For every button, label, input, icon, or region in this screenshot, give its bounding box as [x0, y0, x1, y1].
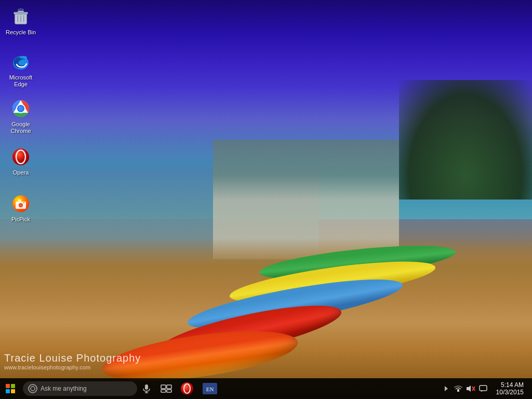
cortana-icon: [28, 384, 37, 393]
svg-text:EN: EN: [206, 386, 214, 392]
edge-label: Microsoft Edge: [4, 74, 37, 88]
clock-date: 10/3/2015: [496, 389, 524, 396]
watermark: Tracie Louise Photography www.tracieloui…: [4, 352, 141, 370]
windows-logo-blue: [6, 389, 10, 393]
svg-rect-2: [18, 11, 23, 13]
recycle-bin-icon[interactable]: Recycle Bin: [2, 4, 39, 38]
taskbar-opera[interactable]: [176, 378, 198, 399]
start-button[interactable]: [0, 378, 21, 399]
svg-rect-21: [145, 384, 148, 390]
picpick-image: [10, 193, 31, 214]
svg-rect-25: [167, 385, 171, 389]
svg-rect-24: [161, 385, 166, 389]
watermark-title: Tracie Louise Photography: [4, 352, 141, 364]
network-icon[interactable]: [453, 383, 463, 394]
svg-point-17: [20, 204, 22, 207]
tray-icons: [437, 383, 491, 394]
google-chrome-desktop-icon[interactable]: Google Chrome: [2, 96, 39, 137]
opera-label: Opera: [13, 169, 29, 176]
windows-logo-red: [6, 384, 10, 388]
taskbar: Ask me anything: [0, 378, 532, 399]
watermark-url: www.tracielouisephotography.com: [4, 364, 141, 370]
svg-point-12: [12, 149, 29, 165]
recycle-bin-image: [10, 6, 31, 27]
microsoft-edge-desktop-icon[interactable]: Microsoft Edge: [2, 49, 39, 90]
svg-rect-26: [161, 390, 166, 392]
volume-icon[interactable]: [466, 383, 476, 394]
svg-rect-27: [167, 390, 171, 392]
svg-rect-18: [18, 200, 21, 202]
chrome-image: [10, 98, 31, 119]
system-tray: 5:14 AM 10/3/2015: [437, 381, 532, 396]
windows-logo: [6, 384, 15, 393]
chrome-label: Google Chrome: [4, 121, 37, 135]
show-hidden-icons-button[interactable]: [441, 383, 451, 394]
windows-logo-green: [11, 384, 15, 388]
taskbar-language[interactable]: EN: [198, 378, 221, 399]
kayaks-scene: [80, 200, 506, 379]
desktop: Tracie Louise Photography www.tracieloui…: [0, 0, 532, 399]
action-center-icon[interactable]: [478, 383, 488, 394]
edge-image: [10, 51, 31, 72]
microphone-button[interactable]: [138, 378, 155, 399]
picpick-desktop-icon[interactable]: PicPick: [2, 191, 39, 225]
opera-desktop-icon[interactable]: Opera: [2, 144, 39, 178]
task-view-button[interactable]: [157, 378, 176, 399]
svg-marker-34: [467, 385, 471, 392]
recycle-bin-label: Recycle Bin: [6, 29, 36, 36]
svg-point-19: [23, 202, 25, 204]
svg-marker-32: [445, 386, 448, 391]
cortana-search[interactable]: Ask me anything: [23, 381, 137, 396]
clock-time: 5:14 AM: [501, 381, 524, 389]
svg-point-20: [31, 387, 35, 391]
svg-point-11: [19, 107, 21, 109]
opera-image: [10, 147, 31, 167]
clock[interactable]: 5:14 AM 10/3/2015: [491, 381, 528, 396]
windows-logo-yellow: [11, 389, 15, 393]
trees-background: [399, 80, 532, 200]
search-text: Ask me anything: [41, 385, 87, 392]
picpick-label: PicPick: [11, 216, 30, 223]
svg-rect-33: [457, 389, 459, 392]
svg-rect-37: [480, 385, 487, 391]
svg-point-10: [18, 106, 23, 111]
